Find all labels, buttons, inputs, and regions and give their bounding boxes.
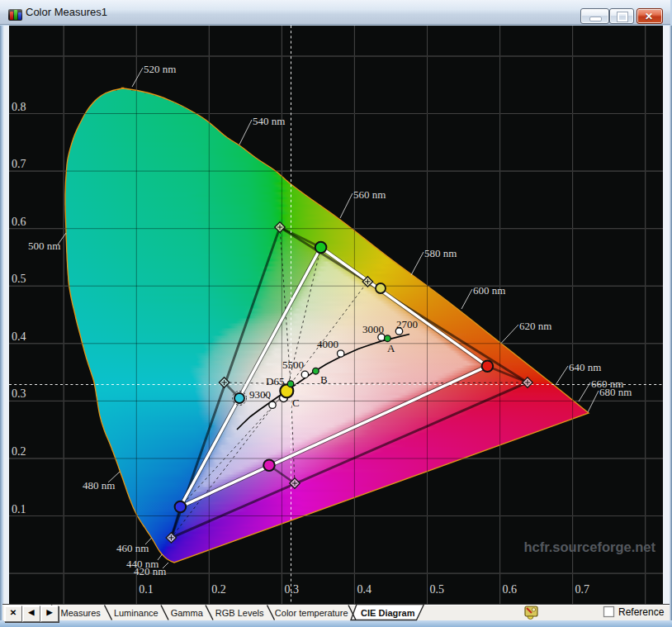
svg-text:C: C: [292, 397, 300, 409]
svg-text:0.1: 0.1: [12, 503, 26, 515]
svg-text:0.7: 0.7: [575, 583, 590, 596]
svg-text:0.1: 0.1: [139, 583, 154, 596]
svg-text:0.5: 0.5: [12, 273, 26, 285]
svg-text:B: B: [320, 373, 328, 386]
svg-text:460 nm: 460 nm: [116, 542, 149, 554]
svg-text:0.6: 0.6: [503, 583, 518, 596]
svg-text:0.6: 0.6: [12, 216, 26, 228]
svg-text:Reference: Reference: [618, 606, 665, 618]
svg-text:Color temperature: Color temperature: [275, 608, 348, 618]
svg-text:0.2: 0.2: [12, 445, 26, 458]
svg-text:D65: D65: [266, 375, 284, 387]
svg-text:520 nm: 520 nm: [144, 63, 176, 75]
svg-text:0.4: 0.4: [12, 330, 26, 343]
svg-text:A: A: [387, 342, 395, 354]
svg-text:420 nm: 420 nm: [134, 565, 166, 577]
svg-text:Gamma: Gamma: [171, 608, 204, 618]
svg-text:0.4: 0.4: [357, 583, 371, 596]
svg-text:600 nm: 600 nm: [473, 284, 505, 297]
svg-text:0.5: 0.5: [430, 583, 445, 596]
svg-text:540 nm: 540 nm: [253, 115, 285, 127]
svg-text:3000: 3000: [362, 323, 384, 335]
svg-text:620 nm: 620 nm: [519, 320, 551, 332]
svg-text:Measures: Measures: [61, 608, 102, 618]
svg-text:560 nm: 560 nm: [353, 188, 386, 201]
svg-text:0.2: 0.2: [211, 583, 226, 596]
svg-text:RGB Levels: RGB Levels: [215, 608, 264, 618]
svg-text:5500: 5500: [282, 359, 304, 371]
svg-text:640 nm: 640 nm: [569, 361, 601, 373]
svg-text:0.7: 0.7: [12, 158, 26, 170]
svg-text:580 nm: 580 nm: [424, 247, 457, 259]
svg-text:0.8: 0.8: [12, 101, 26, 113]
svg-text:0.3: 0.3: [284, 583, 299, 596]
svg-text:680 nm: 680 nm: [599, 386, 632, 398]
svg-text:hcfr.sourceforge.net: hcfr.sourceforge.net: [523, 539, 655, 554]
svg-text:0.3: 0.3: [12, 387, 26, 400]
svg-text:4000: 4000: [317, 338, 338, 350]
svg-text:Luminance: Luminance: [114, 608, 159, 618]
svg-text:2700: 2700: [396, 318, 418, 330]
svg-text:CIE Diagram: CIE Diagram: [361, 608, 415, 618]
svg-text:9300: 9300: [249, 388, 271, 401]
svg-text:500 nm: 500 nm: [28, 240, 60, 252]
